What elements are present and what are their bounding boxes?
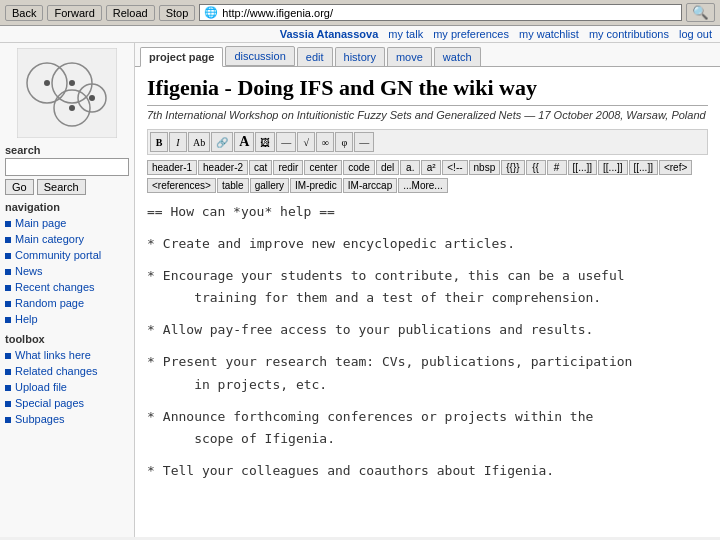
toolbar2-ref[interactable]: <ref>	[659, 160, 692, 175]
bullet-item-3: * Allow pay-free access to your publicat…	[147, 319, 708, 341]
content-area: project page discussion edit history mov…	[135, 43, 720, 537]
bullet-text-5: Announce forthcoming conferences or proj…	[163, 406, 708, 450]
bullet-item-1: * Create and improve new encyclopedic ar…	[147, 233, 708, 255]
toolbar2-center[interactable]: center	[304, 160, 342, 175]
toolbar-special1[interactable]: ∞	[316, 132, 334, 152]
toolbar-special2[interactable]: φ	[335, 132, 353, 152]
toolbar2-subscript[interactable]: a.	[400, 160, 420, 175]
article-title: Ifigenia - Doing IFS and GN the wiki way	[147, 75, 708, 106]
toolbar2-nbsp[interactable]: nbsp	[469, 160, 501, 175]
article: Ifigenia - Doing IFS and GN the wiki way…	[135, 67, 720, 500]
my-talk-link[interactable]: my talk	[388, 28, 423, 40]
address-bar-wrapper: 🌐	[199, 4, 682, 21]
toolbar-img[interactable]: 🖼	[255, 132, 275, 152]
toolbar3-im-predic[interactable]: IM-predic	[290, 178, 342, 193]
my-preferences-link[interactable]: my preferences	[433, 28, 509, 40]
bullet-text-3: Allow pay-free access to your publicatio…	[163, 319, 708, 341]
toolbar-link[interactable]: 🔗	[211, 132, 233, 152]
svg-point-8	[89, 95, 95, 101]
bullet-star-4: *	[147, 351, 155, 395]
search-go-button[interactable]: Go	[5, 179, 34, 195]
article-body: == How can *you* help == * Create and im…	[147, 201, 708, 482]
toolbar-row2: header-1 header-2 cat redir center code …	[147, 160, 708, 175]
bullet-text-6: Tell your colleagues and coauthors about…	[163, 460, 708, 482]
address-input[interactable]	[222, 7, 677, 19]
toolbar-bigA[interactable]: A	[234, 132, 254, 152]
sidebar: search Go Search navigation Main page Ma…	[0, 43, 135, 537]
bullet-star-6: *	[147, 460, 155, 482]
toolbar2-header2[interactable]: header-2	[198, 160, 248, 175]
toolbar2-open-bracket[interactable]: {{	[526, 160, 546, 175]
toolbar2-template[interactable]: {{}}	[501, 160, 524, 175]
toolbar-math1[interactable]: —	[276, 132, 296, 152]
toolbar-row1: B I Ab 🔗 A 🖼 — √ ∞ φ —	[147, 129, 708, 155]
toolbar-ab[interactable]: Ab	[188, 132, 210, 152]
toolbox-item-what-links-here[interactable]: What links here	[5, 347, 129, 363]
toolbar3-table[interactable]: table	[217, 178, 249, 193]
toolbar3-im-arccap[interactable]: IM-arccap	[343, 178, 397, 193]
nav-item-random-page[interactable]: Random page	[5, 295, 129, 311]
bullet-item-5: * Announce forthcoming conferences or pr…	[147, 406, 708, 450]
my-watchlist-link[interactable]: my watchlist	[519, 28, 579, 40]
nav-item-main-category[interactable]: Main category	[5, 231, 129, 247]
nav-item-community-portal[interactable]: Community portal	[5, 247, 129, 263]
svg-point-6	[69, 80, 75, 86]
toolbar2-wikilink3[interactable]: [[...]]	[629, 160, 658, 175]
tab-watch[interactable]: watch	[434, 47, 481, 66]
nav-item-news[interactable]: News	[5, 263, 129, 279]
toolbar2-del[interactable]: del	[376, 160, 399, 175]
toolbar2-header1[interactable]: header-1	[147, 160, 197, 175]
tab-discussion[interactable]: discussion	[225, 46, 294, 66]
forward-button[interactable]: Forward	[47, 5, 101, 21]
toolbar2-wikilink2[interactable]: [[...]]	[598, 160, 627, 175]
toolbox-item-upload-file[interactable]: Upload file	[5, 379, 129, 395]
toolbar2-superscript[interactable]: a²	[421, 160, 441, 175]
toolbar2-redirect[interactable]: redir	[273, 160, 303, 175]
toolbox-item-subpages[interactable]: Subpages	[5, 411, 129, 427]
toolbar2-code[interactable]: code	[343, 160, 375, 175]
toolbar3-gallery[interactable]: gallery	[250, 178, 289, 193]
toolbox-item-related-changes[interactable]: Related changes	[5, 363, 129, 379]
tab-history[interactable]: history	[335, 47, 385, 66]
tab-move[interactable]: move	[387, 47, 432, 66]
article-subtitle: 7th International Workshop on Intuitioni…	[147, 109, 708, 121]
toolbar3-more[interactable]: ...More...	[398, 178, 447, 193]
toolbar-bold[interactable]: B	[150, 132, 168, 152]
my-contributions-link[interactable]: my contributions	[589, 28, 669, 40]
globe-icon: 🌐	[204, 6, 218, 19]
log-out-link[interactable]: log out	[679, 28, 712, 40]
toolbar2-comment[interactable]: <!--	[442, 160, 467, 175]
bullet-star-2: *	[147, 265, 155, 309]
bullet-star-5: *	[147, 406, 155, 450]
search-input[interactable]	[5, 158, 129, 176]
svg-point-7	[69, 105, 75, 111]
toolbar2-cat[interactable]: cat	[249, 160, 272, 175]
nav-item-main-page[interactable]: Main page	[5, 215, 129, 231]
stop-button[interactable]: Stop	[159, 5, 196, 21]
reload-button[interactable]: Reload	[106, 5, 155, 21]
tab-project-page[interactable]: project page	[140, 47, 223, 67]
toolbar3-references[interactable]: <references>	[147, 178, 216, 193]
section-heading: == How can *you* help ==	[147, 201, 708, 223]
toolbar-dash[interactable]: —	[354, 132, 374, 152]
svg-point-5	[44, 80, 50, 86]
tab-edit[interactable]: edit	[297, 47, 333, 66]
toolbox-item-special-pages[interactable]: Special pages	[5, 395, 129, 411]
back-button[interactable]: Back	[5, 5, 43, 21]
site-logo	[17, 48, 117, 138]
bullet-star-1: *	[147, 233, 155, 255]
nav-item-recent-changes[interactable]: Recent changes	[5, 279, 129, 295]
bullet-star-3: *	[147, 319, 155, 341]
search-search-button[interactable]: Search	[37, 179, 86, 195]
browser-search-button[interactable]: 🔍	[686, 3, 715, 22]
username-link[interactable]: Vassia Atanassova	[280, 28, 379, 40]
toolbar-italic[interactable]: I	[169, 132, 187, 152]
toolbar2-hash[interactable]: #	[547, 160, 567, 175]
browser-chrome: Back Forward Reload Stop 🌐 🔍	[0, 0, 720, 26]
toolbar2-wikilink1[interactable]: [[...]]	[568, 160, 597, 175]
toolbar-sqrt[interactable]: √	[297, 132, 315, 152]
bullet-text-2: Encourage your students to contribute, t…	[163, 265, 708, 309]
tabs-bar: project page discussion edit history mov…	[135, 43, 720, 67]
toolbox-list: What links here Related changes Upload f…	[5, 347, 129, 427]
nav-item-help[interactable]: Help	[5, 311, 129, 327]
